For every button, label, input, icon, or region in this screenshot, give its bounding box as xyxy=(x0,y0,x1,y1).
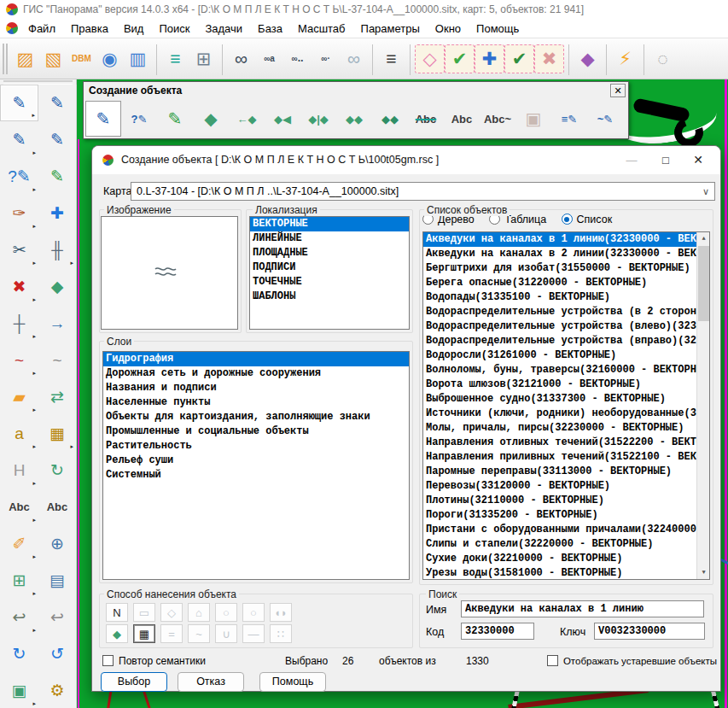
cancel-button[interactable]: Отказ xyxy=(178,672,244,692)
flashlight-icon[interactable]: ✐ ▸ xyxy=(0,525,38,562)
selection-list-icon[interactable]: ≡ xyxy=(377,44,405,73)
search-by-name-icon[interactable]: ∞a xyxy=(255,44,283,73)
flashlight-a-icon[interactable]: a ▸ xyxy=(0,415,38,452)
delete-icon[interactable]: ✖ ▸ xyxy=(0,268,38,305)
object-list-item[interactable]: Бергштрихи для изобат(31550000 - ВЕКТОРН… xyxy=(423,261,696,276)
show-obsolete-checkbox[interactable]: Отображать устаревшие объекты xyxy=(547,655,717,666)
open-database-map-icon[interactable]: DBM xyxy=(67,44,96,73)
object-list-item[interactable]: Водораспределительные устройства (вправо… xyxy=(423,334,696,348)
repeat-semantics-checkbox[interactable]: Повтор семантики xyxy=(102,655,206,667)
object-list-item[interactable]: Паромные переправы(33113000 - ВЕКТОРНЫЕ) xyxy=(423,465,696,479)
pencil-create-icon[interactable]: ✎ ▸ xyxy=(0,85,38,121)
fast-launch-icon[interactable]: ⚡ xyxy=(611,44,639,73)
mode-copy-icon[interactable]: ◆ xyxy=(106,624,128,643)
object-list-item[interactable]: Волноломы, буны, траверсы(32160000 - ВЕК… xyxy=(423,363,696,377)
menu-item[interactable]: Правка xyxy=(63,19,116,38)
object-list-item[interactable]: Водоросли(31261000 - ВЕКТОРНЫЕ) xyxy=(423,348,696,363)
menu-item[interactable]: Вид xyxy=(116,19,152,38)
smooth-segment-icon[interactable]: ~ ▸ xyxy=(38,342,77,378)
toolbar-titlebar[interactable]: Создание объекта ✕ xyxy=(84,82,628,100)
insert-point-icon[interactable]: ┼ ▸ xyxy=(0,305,38,342)
object-list-item[interactable]: Направления приливных течений(31522100 -… xyxy=(423,450,696,465)
text-strike-icon[interactable]: Abc xyxy=(408,101,444,137)
select-area-icon[interactable]: ◇ xyxy=(415,44,445,73)
undo-arrow-icon[interactable]: ↺ ▸ xyxy=(38,635,77,672)
menu-item[interactable]: Поиск xyxy=(151,19,197,38)
zoom-add-icon[interactable]: ⊕ ▸ xyxy=(38,525,77,562)
delete-object-icon[interactable]: ◆ ▸ xyxy=(38,268,77,305)
map-passport-icon[interactable]: ▥ xyxy=(124,44,152,73)
images-icon[interactable]: ▣ ▸ xyxy=(0,672,38,708)
copy-shift-icon[interactable]: ◆◀ xyxy=(265,101,300,137)
toolbar-grip[interactable] xyxy=(3,44,8,74)
mode-points-icon[interactable]: ∷ xyxy=(270,624,292,643)
edit-points-icon[interactable]: ╫ ▸ xyxy=(38,231,77,268)
object-list-item[interactable]: Акведуки на каналах в 2 линии(32330000 -… xyxy=(423,247,696,261)
settings-gear-icon[interactable]: ⚙ ▸ xyxy=(38,672,77,708)
view-mode-radio[interactable]: Список xyxy=(562,214,627,225)
mode-spline-icon[interactable]: ~ xyxy=(188,624,210,643)
copy-group-icon[interactable]: ◆◆ xyxy=(336,101,372,137)
pencil-question-icon[interactable]: ?✎ ▸ xyxy=(0,158,38,195)
copy-track-icon[interactable]: ←◆ xyxy=(229,101,265,137)
dialog-titlebar[interactable]: Создание объекта [ D:\К О М П Л Е К Т Н … xyxy=(92,146,720,174)
text-abc-right-icon[interactable]: Abc ▸ xyxy=(38,489,77,525)
layer-list-item[interactable]: Рельеф суши xyxy=(103,453,409,468)
mode-ellipse-icon[interactable]: ◖◗ xyxy=(270,603,292,622)
object-list-item[interactable]: Берега опасные(31220000 - ВЕКТОРНЫЕ) xyxy=(423,276,696,290)
object-list-item[interactable]: Плотины(32110000 - ВЕКТОРНЫЕ) xyxy=(423,494,696,508)
mode-keyboard-icon[interactable]: ▦ xyxy=(133,624,155,643)
mode-polyline-icon[interactable]: N xyxy=(106,603,128,622)
map-combobox[interactable]: 0.L-37-104 - [D:\К О М П Л ..\L-37-104-A… xyxy=(131,182,715,201)
select-button[interactable]: Выбор xyxy=(101,672,167,692)
object-list-item[interactable]: Молы, причалы, пирсы(32230000 - ВЕКТОРНЫ… xyxy=(423,421,696,436)
brushes-icon[interactable]: ✑ ▸ xyxy=(0,195,38,231)
mode-rectangle-icon[interactable]: ▭ xyxy=(133,603,155,622)
run-application-icon[interactable]: ◌ xyxy=(649,44,677,73)
create-question-icon[interactable]: ?✎ xyxy=(121,101,157,137)
list-item[interactable]: ПЛОЩАДНЫЕ xyxy=(250,246,409,260)
close-icon[interactable]: ✕ xyxy=(681,146,715,174)
mode-circle-radius-icon[interactable]: ○ xyxy=(242,603,265,622)
move-object-icon[interactable]: ✚ ▸ xyxy=(38,195,77,231)
object-list-item[interactable]: Водораспределительные устройства (в 2 ст… xyxy=(423,305,696,319)
select-all-icon[interactable]: ✔ xyxy=(504,44,534,73)
layer-list-item[interactable]: Системный xyxy=(103,468,409,483)
object-list-item[interactable]: Водопады(31335100 - ВЕКТОРНЫЕ) xyxy=(423,290,696,305)
menu-item[interactable]: Окно xyxy=(428,19,469,38)
object-list-item[interactable]: Выброшенное судно(31337300 - ВЕКТОРНЫЕ) xyxy=(423,392,696,407)
copy-pair-icon[interactable]: ◆◆ xyxy=(372,101,408,137)
flashlight-calc-icon[interactable]: ▦ ▸ xyxy=(38,415,77,452)
undo-shape-icon[interactable]: ↩ ▸ xyxy=(0,599,38,635)
open-map-icon[interactable]: ▨ xyxy=(11,44,39,73)
menu-item[interactable]: Параметры xyxy=(353,19,428,38)
mode-dash-icon[interactable]: — xyxy=(242,624,265,643)
objects-3d-icon[interactable]: ◆ xyxy=(574,44,602,73)
layers-list[interactable]: ГидрографияДорожная сеть и дорожные соор… xyxy=(102,351,410,580)
object-list-item[interactable]: Урезы воды(31581000 - ВЕКТОРНЫЕ) xyxy=(423,566,696,579)
ruler-icon[interactable]: ▰ ▸ xyxy=(0,378,38,415)
search-list-icon[interactable]: ∞‥ xyxy=(283,44,312,73)
object-list-item[interactable]: Пороги(31335200 - ВЕКТОРНЫЕ) xyxy=(423,508,696,523)
map-legend-icon[interactable]: ⊞ xyxy=(189,44,218,73)
close-icon[interactable]: ✕ xyxy=(610,84,626,97)
mode-parallel-icon[interactable]: = xyxy=(160,624,183,643)
open-site-map-icon[interactable]: ▧ xyxy=(39,44,67,73)
object-list-item[interactable]: Перевозы(33120000 - ВЕКТОРНЫЕ) xyxy=(423,479,696,494)
objects-list[interactable]: Акведуки на каналах в 1 линию(32330000 -… xyxy=(422,231,710,580)
list-item[interactable]: ВЕКТОРНЫЕ xyxy=(250,217,409,231)
layer-list-item[interactable]: Промышленные и социальные объекты xyxy=(103,424,409,439)
select-clear-icon[interactable]: ✖ xyxy=(534,44,564,73)
list-create-icon[interactable]: ≡✎ xyxy=(551,101,587,137)
search-selected-icon[interactable]: ∞· xyxy=(312,44,340,73)
layer-list-item[interactable]: Дорожная сеть и дорожные сооружения xyxy=(103,366,409,381)
copy-object-icon[interactable]: ◆ xyxy=(193,101,229,137)
pencil-polygon-icon[interactable]: ✎ ▸ xyxy=(38,158,77,195)
redo-arrow-icon[interactable]: ↻ ▸ xyxy=(0,635,38,672)
continue-line-icon[interactable]: → ▸ xyxy=(38,305,77,342)
mode-slanted-rect-icon[interactable]: ◇ xyxy=(160,603,183,622)
split-object-icon[interactable]: ◆|◆ xyxy=(300,101,336,137)
create-confirm-icon[interactable]: ✎ xyxy=(157,101,193,137)
mode-complex-rect-icon[interactable]: ⌂ xyxy=(188,603,210,622)
name-field[interactable] xyxy=(461,600,704,617)
